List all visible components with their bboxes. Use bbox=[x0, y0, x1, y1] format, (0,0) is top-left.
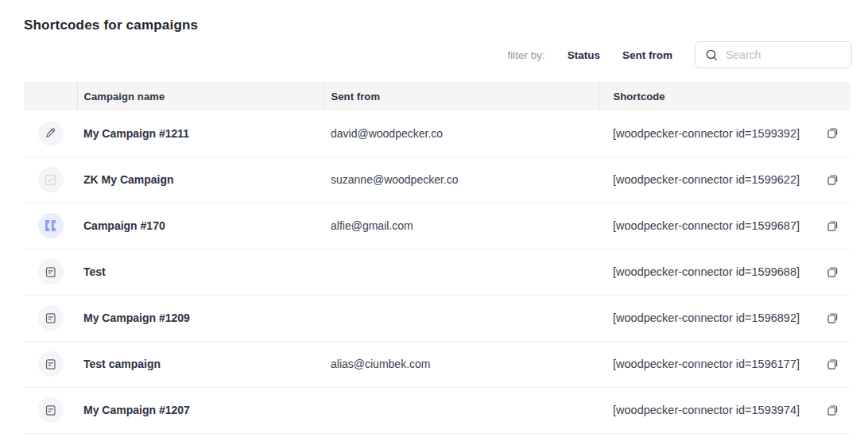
sent-from-value bbox=[324, 249, 599, 295]
shortcode-value: [woodpecker-connector id=1599687] bbox=[613, 219, 800, 232]
table-row: Test [woodpecker-connector id=1599688] bbox=[24, 249, 851, 295]
search-box[interactable] bbox=[695, 41, 852, 68]
draft-icon bbox=[38, 259, 64, 284]
page-title: Shortcodes for campaigns bbox=[24, 17, 198, 33]
column-header-status bbox=[24, 82, 77, 110]
draft-icon bbox=[38, 305, 64, 331]
top-bar: Shortcodes for campaigns filter by: Stat… bbox=[0, 0, 868, 68]
copy-shortcode-button[interactable] bbox=[824, 172, 841, 188]
checkbox-icon bbox=[38, 167, 64, 192]
filter-status[interactable]: Status bbox=[568, 49, 600, 61]
search-input[interactable] bbox=[726, 48, 843, 61]
campaign-name: My Campaign #1209 bbox=[77, 295, 324, 341]
copy-shortcode-button[interactable] bbox=[824, 125, 841, 141]
table-row: My Campaign #1209 [woodpecker-connector … bbox=[24, 295, 851, 341]
table-header-row: Campaign name Sent from Shortcode bbox=[24, 82, 851, 110]
campaign-name: Test bbox=[77, 249, 324, 295]
sent-from-value: suzanne@woodpecker.co bbox=[324, 157, 599, 203]
draft-icon bbox=[38, 351, 64, 377]
table-row: Campaign #170 alfie@gmail.com [woodpecke… bbox=[24, 203, 851, 249]
copy-shortcode-button[interactable] bbox=[824, 356, 841, 373]
campaigns-table: Campaign name Sent from Shortcode My Cam… bbox=[24, 82, 851, 434]
sent-from-value: david@woodpecker.co bbox=[324, 110, 599, 157]
pencil-icon bbox=[38, 121, 64, 146]
shortcode-value: [woodpecker-connector id=1599688] bbox=[613, 265, 800, 278]
column-header-sent-from: Sent from bbox=[324, 82, 599, 110]
shortcode-value: [woodpecker-connector id=1599622] bbox=[613, 173, 800, 186]
copy-shortcode-button[interactable] bbox=[824, 264, 841, 280]
shortcode-value: [woodpecker-connector id=1596177] bbox=[613, 358, 800, 370]
shortcodes-page: Shortcodes for campaigns filter by: Stat… bbox=[0, 0, 868, 441]
campaign-name: Campaign #170 bbox=[77, 203, 324, 249]
campaign-name: ZK My Campaign bbox=[77, 157, 324, 203]
sent-from-value bbox=[324, 295, 599, 341]
draft-icon bbox=[38, 397, 64, 423]
shortcode-value: [woodpecker-connector id=1599392] bbox=[613, 127, 800, 140]
copy-shortcode-button[interactable] bbox=[824, 402, 841, 419]
shortcode-value: [woodpecker-connector id=1593974] bbox=[613, 404, 800, 416]
table-row: ZK My Campaign suzanne@woodpecker.co [wo… bbox=[24, 157, 851, 203]
table-row: Test campaign alias@ciumbek.com [woodpec… bbox=[24, 341, 851, 387]
search-icon bbox=[705, 48, 719, 62]
copy-shortcode-button[interactable] bbox=[824, 218, 841, 234]
campaign-name: Test campaign bbox=[77, 341, 324, 387]
copy-shortcode-button[interactable] bbox=[824, 310, 841, 327]
sent-from-value: alfie@gmail.com bbox=[324, 203, 599, 249]
filter-by-label: filter by: bbox=[507, 49, 544, 61]
campaign-name: My Campaign #1207 bbox=[77, 387, 324, 433]
shortcode-value: [woodpecker-connector id=1596892] bbox=[613, 311, 800, 324]
sent-from-value bbox=[324, 387, 599, 433]
filter-sent-from[interactable]: Sent from bbox=[622, 49, 672, 61]
column-header-shortcode: Shortcode bbox=[599, 82, 851, 110]
sent-from-value: alias@ciumbek.com bbox=[324, 341, 599, 387]
pause-icon bbox=[38, 213, 64, 238]
table-row: My Campaign #1207 [woodpecker-connector … bbox=[24, 387, 851, 433]
column-header-campaign-name: Campaign name bbox=[77, 82, 324, 110]
table-row: My Campaign #1211 david@woodpecker.co [w… bbox=[24, 110, 851, 157]
campaign-name: My Campaign #1211 bbox=[77, 110, 324, 157]
filter-bar: filter by: Status Sent from bbox=[507, 41, 852, 68]
